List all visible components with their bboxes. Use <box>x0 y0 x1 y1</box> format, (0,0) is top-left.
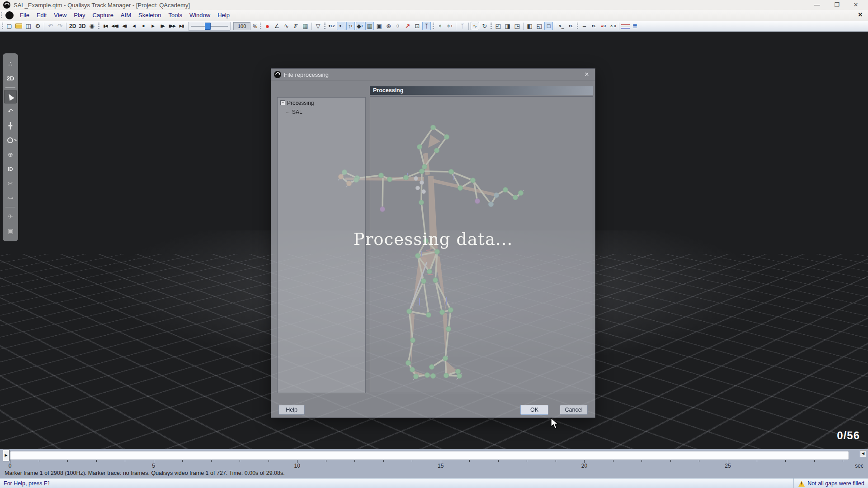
fly-mode-tool[interactable]: ✈ <box>4 210 17 223</box>
unlabeled-markers-button[interactable]: •U <box>599 22 608 30</box>
identify-tool[interactable]: ID <box>4 162 17 176</box>
plane-display-button[interactable]: ◆F <box>356 22 364 30</box>
orbit-center-tool[interactable]: ⊕ <box>4 148 17 161</box>
layout-single-button[interactable]: □ <box>544 22 553 30</box>
play-backward-button[interactable]: ◀ <box>130 22 138 30</box>
record-button[interactable]: ● <box>263 22 272 30</box>
fast-forward-button[interactable]: ▮▶▶ <box>168 22 176 30</box>
go-to-start-button[interactable]: ▮◀ <box>101 22 110 30</box>
axes-display-button[interactable]: ↑F <box>346 22 355 30</box>
label-list-button[interactable]: •L <box>566 22 575 30</box>
layout-bottom-button[interactable]: ◱ <box>535 22 543 30</box>
timeline-tick <box>670 460 671 462</box>
reprocess-button[interactable]: ↻ <box>480 22 489 30</box>
minimize-button[interactable]: — <box>809 0 825 10</box>
volume-display-tool[interactable]: ▣ <box>4 224 17 238</box>
select-tool[interactable] <box>4 90 17 103</box>
menu-item-capture[interactable]: Capture <box>89 10 117 21</box>
fast-rewind-button[interactable]: ◀◀▮ <box>111 22 119 30</box>
menu-item-play[interactable]: Play <box>70 10 89 21</box>
tree-node-sal[interactable]: SAL <box>286 108 365 116</box>
save-button[interactable]: ◫ <box>24 22 33 30</box>
translate-view-tool[interactable]: ╋ <box>4 119 17 132</box>
measure-tool-button[interactable]: ∠ <box>273 22 281 30</box>
gap-dash-button[interactable]: – <box>580 22 589 30</box>
trajectory-tool-button[interactable]: ∿ <box>282 22 291 30</box>
layout-left-button[interactable]: ◧ <box>525 22 534 30</box>
timeline-tick <box>699 460 699 462</box>
marker-mode-icon[interactable]: ∴ <box>4 57 17 70</box>
window-title: SAL_Example.qtm - Qualisys Track Manager… <box>14 2 190 9</box>
playback-speed-slider[interactable] <box>188 22 231 31</box>
camera-view-button[interactable]: ⊡ <box>413 22 421 30</box>
file-reprocessing-dialog: File reprocessing ✕ − Processing SAL Pro… <box>271 68 595 418</box>
filter-button[interactable]: ▽ <box>314 22 322 30</box>
view-3d-button[interactable]: 3D <box>78 22 86 30</box>
menu-item-help[interactable]: Help <box>214 10 233 21</box>
marker-display-button[interactable]: •· <box>337 22 345 30</box>
menu-item-view[interactable]: View <box>50 10 70 21</box>
step-forward-button[interactable]: ▮▶ <box>158 22 167 30</box>
marker-size-button[interactable]: •L2 <box>327 22 336 30</box>
timeline-track[interactable] <box>10 451 849 460</box>
document-close-icon[interactable]: ✕ <box>856 11 864 18</box>
close-button[interactable]: ✕ <box>848 0 863 10</box>
layout-right-button[interactable]: ◨ <box>503 22 512 30</box>
undo-button[interactable]: ↶ <box>46 22 55 30</box>
menu-item-aim[interactable]: AIM <box>117 10 135 21</box>
gait-tool-button[interactable]: ᛉ <box>458 22 467 30</box>
view-2d-toggle[interactable]: 2D <box>4 71 17 85</box>
menu-item-tools[interactable]: Tools <box>165 10 186 21</box>
help-button[interactable]: Help <box>278 405 305 415</box>
play-button[interactable]: ▶ <box>149 22 157 30</box>
tree-collapse-icon[interactable]: − <box>280 100 285 105</box>
slider-handle[interactable] <box>205 23 211 30</box>
grid-display-button[interactable]: ▦ <box>365 22 374 30</box>
layout-topleft-button[interactable]: ◰ <box>494 22 502 30</box>
discarded-markers-button[interactable]: ∘D <box>609 22 617 30</box>
grip <box>260 23 261 30</box>
menu-item-window[interactable]: Window <box>186 10 214 21</box>
restore-button[interactable]: ❐ <box>829 0 844 10</box>
menu-item-edit[interactable]: Edit <box>33 10 50 21</box>
center-view-button[interactable]: ⌖ <box>436 22 444 30</box>
analog-view-button[interactable]: ∿ <box>471 22 479 30</box>
grip <box>324 23 326 30</box>
layout-bottomright-button[interactable]: ◳ <box>513 22 521 30</box>
labeled-markers-button[interactable]: •L <box>590 22 598 30</box>
console-button[interactable]: >_ <box>557 22 566 30</box>
view-2d-button[interactable]: 2D <box>68 22 77 30</box>
menu-item-file[interactable]: File <box>16 10 33 21</box>
data-grid-button[interactable]: ▦ <box>301 22 310 30</box>
cube-view-button[interactable]: ▣ <box>375 22 383 30</box>
globe-view-button[interactable]: ⊛ <box>384 22 393 30</box>
fly-tool-button[interactable]: ✈ <box>394 22 402 30</box>
center-add-button[interactable]: ⌖+ <box>445 22 454 30</box>
timeline-playhead[interactable]: ▶ <box>3 450 9 461</box>
ok-button[interactable]: OK <box>520 405 548 415</box>
open-file-button[interactable] <box>14 22 23 30</box>
new-file-button[interactable]: ▢ <box>5 22 14 30</box>
dialog-title-bar[interactable]: File reprocessing ✕ <box>271 69 595 81</box>
force-display-button[interactable]: F <box>292 22 300 30</box>
video-view-button[interactable]: ◉ <box>88 22 96 30</box>
cancel-button[interactable]: Cancel <box>560 405 588 415</box>
step-back-button[interactable]: ◀▮ <box>120 22 129 30</box>
project-options-button[interactable]: ⚙ <box>33 22 42 30</box>
zoom-view-tool[interactable] <box>4 133 17 147</box>
redo-button[interactable]: ↷ <box>56 22 64 30</box>
trajectory-list-button[interactable] <box>621 23 630 30</box>
data-info-button[interactable]: ≣ <box>631 22 639 30</box>
link-markers-tool[interactable]: ⊶ <box>4 191 17 205</box>
menu-item-skeleton[interactable]: Skeleton <box>135 10 165 21</box>
dialog-close-icon[interactable]: ✕ <box>582 70 591 79</box>
stop-button[interactable]: ■ <box>139 22 148 30</box>
tree-node-processing[interactable]: − Processing <box>280 99 365 107</box>
timeline-end-marker[interactable]: ◀ <box>860 450 866 457</box>
skeleton-display-button[interactable]: ᛉ <box>422 22 431 30</box>
pointer-trace-button[interactable]: ↗ <box>403 22 412 30</box>
go-to-end-button[interactable]: ▶▮ <box>177 22 186 30</box>
cut-trajectory-tool[interactable]: ✂ <box>4 177 17 190</box>
rotate-view-tool[interactable]: ↷ <box>4 104 17 118</box>
zoom-level-input[interactable]: 100 <box>233 22 250 30</box>
